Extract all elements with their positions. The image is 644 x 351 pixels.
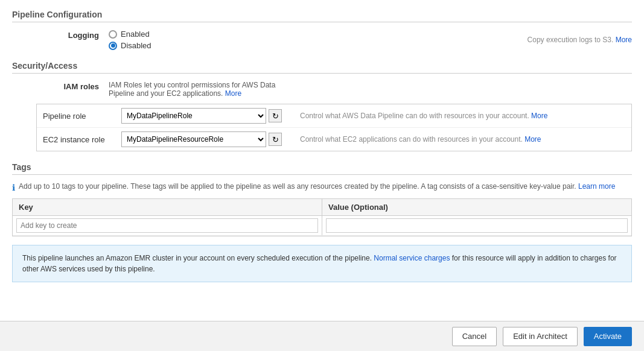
ec2-role-label: EC2 instance role bbox=[43, 135, 121, 144]
role-table: Pipeline role MyDataPipelineRole ↻ Contr… bbox=[36, 104, 632, 151]
pipeline-role-more-link[interactable]: More bbox=[531, 112, 547, 120]
copy-execution-text: Copy execution logs to S3. More bbox=[503, 36, 632, 44]
tags-header: Tags bbox=[12, 162, 632, 175]
edit-in-architect-button[interactable]: Edit in Architect bbox=[503, 327, 578, 346]
pipeline-role-row: Pipeline role MyDataPipelineRole ↻ Contr… bbox=[37, 104, 631, 128]
iam-roles-more-link[interactable]: More bbox=[225, 89, 241, 98]
ec2-role-hint: Control what EC2 applications can do wit… bbox=[290, 135, 625, 144]
tags-col-key-header: Key bbox=[13, 199, 322, 215]
logging-row: Logging Enabled Disabled Copy execution … bbox=[36, 30, 632, 50]
info-icon: ℹ bbox=[12, 183, 15, 192]
tags-key-cell bbox=[13, 216, 322, 235]
pipeline-role-label: Pipeline role bbox=[43, 112, 121, 121]
footer: Cancel Edit in Architect Activate bbox=[0, 321, 644, 351]
iam-roles-row: IAM roles IAM Roles let you control perm… bbox=[36, 81, 632, 98]
iam-roles-label: IAM roles bbox=[36, 81, 109, 91]
pipeline-config-section: Pipeline Configuration Logging Enabled D… bbox=[12, 10, 632, 50]
security-access-section: Security/Access IAM roles IAM Roles let … bbox=[12, 61, 632, 151]
tags-section: Tags ℹ Add up to 10 tags to your pipelin… bbox=[12, 162, 632, 282]
ec2-role-row: EC2 instance role MyDataPipelineResource… bbox=[37, 128, 631, 151]
tags-col-value-header: Value (Optional) bbox=[322, 199, 631, 215]
activate-button[interactable]: Activate bbox=[584, 327, 632, 346]
pipeline-role-select[interactable]: MyDataPipelineRole bbox=[121, 108, 266, 124]
emr-notice: This pipeline launches an Amazon EMR clu… bbox=[12, 245, 632, 282]
logging-radio-group: Enabled Disabled bbox=[109, 30, 151, 50]
cancel-button[interactable]: Cancel bbox=[452, 327, 497, 346]
tags-table: Key Value (Optional) bbox=[12, 198, 632, 236]
ec2-role-select-wrap: MyDataPipelineResourceRole ↻ bbox=[121, 131, 290, 147]
logging-more-link[interactable]: More bbox=[616, 36, 632, 44]
pipeline-role-refresh-button[interactable]: ↻ bbox=[269, 109, 282, 122]
main-container: Pipeline Configuration Logging Enabled D… bbox=[0, 0, 644, 351]
tags-learn-more-link[interactable]: Learn more bbox=[578, 182, 615, 191]
ec2-role-select[interactable]: MyDataPipelineResourceRole bbox=[121, 131, 266, 147]
pipeline-config-header: Pipeline Configuration bbox=[12, 10, 632, 22]
ec2-role-refresh-button[interactable]: ↻ bbox=[269, 133, 282, 146]
radio-disabled-label: Disabled bbox=[121, 41, 151, 50]
logging-disabled-item[interactable]: Disabled bbox=[109, 41, 151, 50]
logging-label: Logging bbox=[36, 30, 109, 40]
tags-value-input[interactable] bbox=[326, 218, 628, 233]
content-area: Pipeline Configuration Logging Enabled D… bbox=[0, 0, 644, 329]
pipeline-role-hint: Control what AWS Data Pipeline can do wi… bbox=[290, 112, 625, 120]
tags-input-row bbox=[13, 216, 631, 236]
ec2-role-more-link[interactable]: More bbox=[524, 135, 541, 144]
logging-enabled-item[interactable]: Enabled bbox=[109, 30, 151, 39]
tags-info: ℹ Add up to 10 tags to your pipeline. Th… bbox=[12, 182, 632, 192]
tags-key-input[interactable] bbox=[16, 218, 318, 233]
radio-enabled-label: Enabled bbox=[121, 30, 150, 39]
pipeline-role-select-wrap: MyDataPipelineRole ↻ bbox=[121, 108, 290, 124]
radio-enabled-circle[interactable] bbox=[109, 30, 117, 39]
iam-roles-description: IAM Roles let you control permissions fo… bbox=[109, 81, 302, 98]
tags-table-header: Key Value (Optional) bbox=[13, 199, 631, 216]
radio-disabled-circle[interactable] bbox=[109, 42, 117, 50]
normal-service-charges-link[interactable]: Normal service charges bbox=[374, 254, 450, 262]
tags-info-text: Add up to 10 tags to your pipeline. Thes… bbox=[19, 182, 615, 191]
tags-value-cell bbox=[322, 216, 631, 235]
security-access-header: Security/Access bbox=[12, 61, 632, 74]
